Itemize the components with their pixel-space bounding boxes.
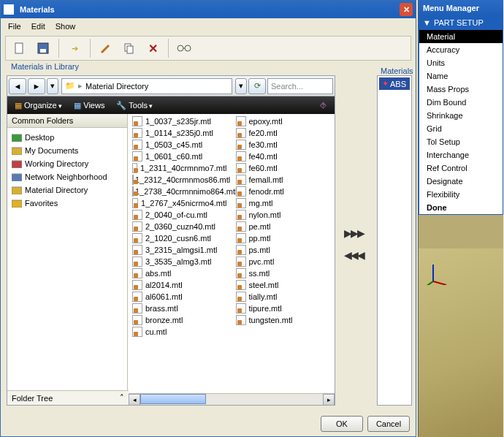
file-item[interactable]: steel.mtl [232,279,335,291]
breadcrumb-dropdown[interactable]: ▾ [235,78,247,94]
mtl-file-icon [236,198,246,208]
breadcrumb[interactable]: 📁 ▸ Material Directory [61,78,232,94]
scroll-left[interactable]: ◂ [129,394,140,406]
file-item[interactable]: tungsten.mtl [232,314,335,326]
remove-button[interactable]: ◀◀◀ [344,249,364,261]
viewport-scene[interactable] [419,248,503,437]
folder-item[interactable]: My Documents [9,144,126,157]
mm-item[interactable]: Flexibility [419,188,503,201]
mm-item[interactable]: Designate [419,175,503,188]
menu-show[interactable]: Show [56,22,76,31]
file-item[interactable]: 3_2315_almgsi1.mtl [128,244,232,256]
file-item[interactable]: tially.mtl [232,291,335,303]
file-name: steel.mtl [249,281,279,289]
file-item[interactable]: ps.mtl [232,244,335,256]
folder-item[interactable]: Favorites [9,197,126,210]
file-item[interactable]: 1_0114_s235j0.mtl [128,127,232,139]
help-icon[interactable]: ⯑ [319,101,327,110]
scroll-thumb[interactable] [140,394,206,404]
file-item[interactable]: al6061.mtl [128,291,232,303]
file-item[interactable]: femall.mtl [232,174,335,186]
file-item[interactable]: tipure.mtl [232,303,335,314]
cancel-button[interactable]: Cancel [367,416,410,432]
mm-item[interactable]: Material [419,30,503,43]
scroll-right[interactable]: ▸ [323,394,335,406]
organize-menu[interactable]: ▦ Organize [15,101,62,110]
file-name: 1_0601_c60.mtl [145,152,202,161]
file-item[interactable]: 1_0601_c60.mtl [128,151,232,162]
folder-item[interactable]: Working Directory [9,157,126,170]
forward-button[interactable]: ► [28,78,45,94]
mm-section[interactable]: ▼ PART SETUP [419,16,503,29]
history-dropdown[interactable]: ▾ [47,78,58,94]
mm-item[interactable]: Interchange [419,148,503,162]
titlebar[interactable]: Materials ✕ [1,1,416,18]
save-icon[interactable] [35,40,51,56]
file-item[interactable]: cu.mtl [128,326,232,338]
file-item[interactable]: ss.mtl [232,267,335,279]
model-panel: ✦ ABS [377,75,412,406]
mm-item[interactable]: Accuracy [419,43,503,56]
folder-item[interactable]: Desktop [9,131,126,144]
file-item[interactable]: 2_0360_cuzn40.mtl [128,221,232,232]
file-item[interactable]: mg.mtl [232,197,335,209]
menu-file[interactable]: File [8,22,21,31]
file-item[interactable]: pp.mtl [232,232,335,244]
file-item[interactable]: 1_2738_40crmnnimo864.mtl [128,186,232,197]
file-item[interactable]: 1_2312_40crmnmos86.mtl [128,174,232,186]
assign-button[interactable]: ▶▶▶ [344,227,364,239]
breadcrumb-root[interactable]: Material Directory [85,82,148,91]
model-material[interactable]: ✦ ABS [379,77,410,90]
views-menu[interactable]: ▦ Views [74,101,104,110]
folder-tree-toggle[interactable]: Folder Tree ˄ [7,390,129,405]
menu-edit[interactable]: Edit [31,22,45,31]
file-item[interactable]: 1_0037_s235jr.mtl [128,115,232,127]
mm-item[interactable]: Done [419,201,503,214]
file-item[interactable]: 3_3535_almg3.mtl [128,256,232,267]
refresh-button[interactable]: ⟳ [248,78,266,94]
back-button[interactable]: ◄ [9,78,26,94]
file-item[interactable]: pvc.mtl [232,256,335,267]
pencil-icon[interactable] [98,40,114,56]
ok-button[interactable]: OK [321,416,363,432]
file-item[interactable]: fenodr.mtl [232,186,335,197]
new-icon[interactable] [12,40,28,56]
file-item[interactable]: nylon.mtl [232,209,335,221]
file-item[interactable]: 1_0503_c45.mtl [128,139,232,151]
file-item[interactable]: epoxy.mtl [232,115,335,127]
arrow-icon[interactable]: ➔ [66,40,83,56]
file-item[interactable]: 2_0040_of-cu.mtl [128,209,232,221]
folder-item[interactable]: Material Directory [9,183,126,197]
file-name: 3_3535_almg3.mtl [145,257,212,266]
tools-menu[interactable]: 🔧 Tools [116,101,153,110]
glasses-icon[interactable] [176,40,192,56]
mm-item[interactable]: Units [419,56,503,69]
delete-icon[interactable]: ✕ [145,40,161,56]
file-item[interactable]: fe40.mtl [232,151,335,162]
file-item[interactable]: fe60.mtl [232,162,335,174]
file-item[interactable]: al2014.mtl [128,279,232,291]
mm-item[interactable]: Dim Bound [419,96,503,109]
copy-icon[interactable] [121,40,137,56]
file-item[interactable]: brass.mtl [128,303,232,314]
mm-item[interactable]: Name [419,69,503,83]
mtl-file-icon [236,268,246,278]
mm-item[interactable]: Tol Setup [419,135,503,148]
file-item[interactable]: 1_2767_x45nicrmo4.mtl [128,197,232,209]
file-item[interactable]: 2_1020_cusn6.mtl [128,232,232,244]
mm-item[interactable]: Grid [419,122,503,135]
folder-item[interactable]: Network Neighborhood [9,170,126,183]
close-button[interactable]: ✕ [400,3,413,16]
search-input[interactable]: Search... [267,78,333,94]
hscrollbar[interactable]: ◂ ▸ [129,393,335,405]
file-item[interactable]: 1_2311_40crmnmo7.mtl [128,162,232,174]
mm-item[interactable]: Mass Props [419,83,503,96]
mm-item[interactable]: Shrinkage [419,109,503,122]
file-item[interactable]: abs.mtl [128,267,232,279]
file-item[interactable]: fe30.mtl [232,139,335,151]
file-item[interactable]: fe20.mtl [232,127,335,139]
file-item[interactable]: pe.mtl [232,221,335,232]
file-item[interactable]: bronze.mtl [128,314,232,326]
mm-item[interactable]: Ref Control [419,162,503,175]
file-name: tungsten.mtl [249,316,293,324]
